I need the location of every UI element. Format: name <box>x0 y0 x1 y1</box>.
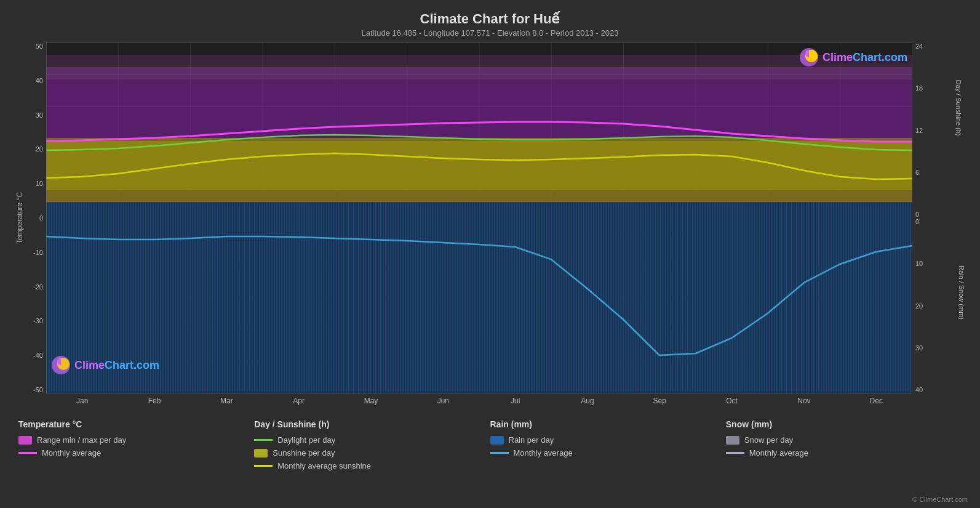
y-tick-n40: -40 <box>33 352 43 359</box>
legend-rain-day-label: Rain per day <box>509 435 554 445</box>
legend-sunshine-avg-line <box>254 465 273 467</box>
legend-rain-day: Rain per day <box>490 435 726 445</box>
watermark-top-text: ClimeChart.com <box>823 51 907 64</box>
y-axis-left-label: Temperature °C <box>15 192 24 244</box>
x-tick-oct: Oct <box>696 393 768 412</box>
legend-snow-day-label: Snow per day <box>744 435 794 445</box>
x-tick-aug: Aug <box>551 393 623 412</box>
y-tick-n20: -20 <box>33 283 43 291</box>
y-tick-n50: -50 <box>33 386 43 393</box>
sunshine-tick-18: 18 <box>915 84 923 92</box>
sunshine-tick-24: 24 <box>915 42 923 50</box>
legend-snow-avg: Monthly average <box>726 448 962 458</box>
x-axis-area: Jan Feb Mar Apr May Jun Jul Aug Sep Oct … <box>46 393 912 412</box>
legend-sunshine-day-label: Sunshine per day <box>273 448 335 458</box>
sunshine-tick-6: 6 <box>915 169 919 176</box>
legend-temperature: Temperature °C Range min / max per day M… <box>18 419 254 470</box>
y-tick-30: 30 <box>36 111 43 119</box>
legend-sunshine-title: Day / Sunshine (h) <box>254 419 490 429</box>
legend-temp-avg-label: Monthly average <box>42 448 101 458</box>
legend-temp-range-swatch <box>18 436 32 445</box>
legend-area: Temperature °C Range min / max per day M… <box>12 419 968 470</box>
y-axis-left: Temperature °C 50 40 30 20 10 0 -10 -20 … <box>12 42 46 393</box>
legend-snow-title: Snow (mm) <box>726 419 962 429</box>
legend-daylight: Daylight per day <box>254 435 490 445</box>
rain-tick-20: 20 <box>915 302 923 310</box>
svg-rect-30 <box>46 202 912 393</box>
sunshine-tick-0: 0 <box>915 211 919 218</box>
subtitle: Latitude 16.485 - Longitude 107.571 - El… <box>12 28 968 38</box>
y-tick-20: 20 <box>36 145 43 153</box>
legend-rain-avg-label: Monthly average <box>514 448 573 458</box>
legend-rain-avg-line <box>490 452 509 454</box>
y-tick-10: 10 <box>36 180 43 187</box>
chart-wrapper: Temperature °C 50 40 30 20 10 0 -10 -20 … <box>12 42 968 393</box>
x-tick-jan: Jan <box>46 393 118 412</box>
legend-sunshine-avg: Monthly average sunshine <box>254 461 490 470</box>
legend-daylight-label: Daylight per day <box>277 435 335 445</box>
rain-tick-30: 30 <box>915 344 923 352</box>
legend-temp-range: Range min / max per day <box>18 435 254 445</box>
legend-snow-swatch <box>726 436 739 445</box>
sunshine-axis-label: Day / Sunshine (h) <box>955 71 962 145</box>
copyright: © ClimeChart.com <box>912 496 968 503</box>
legend-sunshine-avg-label: Monthly average sunshine <box>277 461 371 470</box>
x-tick-dec: Dec <box>840 393 912 412</box>
legend-snow-avg-line <box>726 452 744 454</box>
y-tick-50: 50 <box>36 42 43 50</box>
legend-daylight-line <box>254 439 273 441</box>
rain-tick-0: 0 <box>915 218 919 225</box>
x-tick-nov: Nov <box>768 393 840 412</box>
legend-temp-range-label: Range min / max per day <box>37 435 126 445</box>
watermark-top: ClimeChart.com <box>799 47 907 67</box>
svg-rect-27 <box>46 55 912 79</box>
legend-temp-avg-line <box>18 452 37 454</box>
y-tick-n30: -30 <box>33 317 43 325</box>
x-tick-sep: Sep <box>624 393 696 412</box>
legend-rain-avg: Monthly average <box>490 448 726 458</box>
rain-tick-10: 10 <box>915 260 923 267</box>
x-tick-jul: Jul <box>479 393 551 412</box>
legend-snow-day: Snow per day <box>726 435 962 445</box>
right-axes: 24 18 12 6 0 Day / Sunshine (h) 0 10 20 … <box>912 42 968 393</box>
legend-sunshine-swatch <box>254 449 268 458</box>
y-tick-40: 40 <box>36 77 43 84</box>
watermark-bottom: ClimeChart.com <box>51 355 159 375</box>
x-tick-mar: Mar <box>191 393 263 412</box>
legend-temp-avg: Monthly average <box>18 448 254 458</box>
y-tick-0: 0 <box>39 214 43 222</box>
watermark-bottom-text: ClimeChart.com <box>74 359 159 372</box>
main-container: Climate Chart for Huế Latitude 16.485 - … <box>0 0 980 508</box>
y-tick-n10: -10 <box>33 249 43 256</box>
x-tick-feb: Feb <box>118 393 190 412</box>
rain-axis-label: Rain / Snow (mm) <box>958 256 965 329</box>
rain-tick-40: 40 <box>915 386 923 393</box>
x-tick-apr: Apr <box>263 393 335 412</box>
legend-snow-avg-label: Monthly average <box>749 448 808 458</box>
legend-temp-title: Temperature °C <box>18 419 254 429</box>
legend-rain-title: Rain (mm) <box>490 419 726 429</box>
chart-area: ClimeChart.com ClimeChart.com <box>46 42 912 393</box>
legend-snow: Snow (mm) Snow per day Monthly average <box>726 419 962 470</box>
x-tick-jun: Jun <box>407 393 479 412</box>
legend-sunshine: Day / Sunshine (h) Daylight per day Suns… <box>254 419 490 470</box>
title-area: Climate Chart for Huế Latitude 16.485 - … <box>12 6 968 39</box>
sunshine-tick-12: 12 <box>915 127 923 134</box>
x-tick-may: May <box>335 393 407 412</box>
legend-rain-swatch <box>490 436 504 445</box>
main-title: Climate Chart for Huế <box>12 11 968 27</box>
legend-rain: Rain (mm) Rain per day Monthly average <box>490 419 726 470</box>
legend-sunshine-day: Sunshine per day <box>254 448 490 458</box>
